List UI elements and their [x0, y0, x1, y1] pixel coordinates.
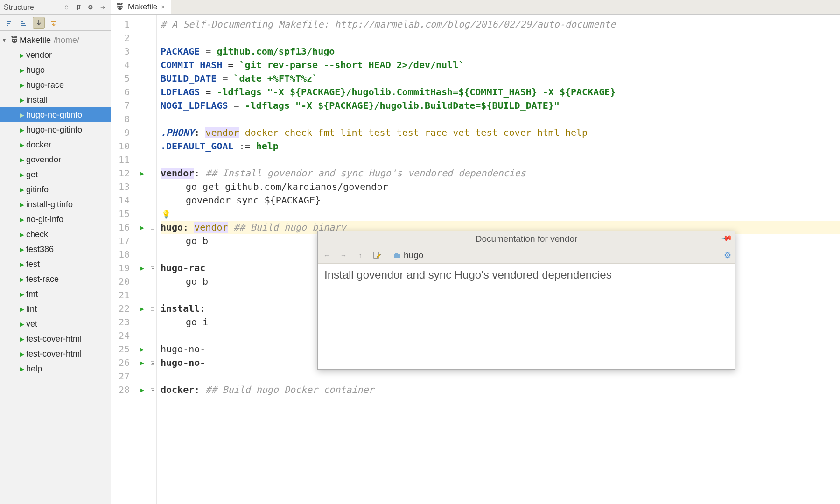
tree-item-gitinfo[interactable]: ▶gitinfo: [0, 182, 111, 197]
fold-toggle: [148, 288, 156, 302]
tree-item-label: docker: [26, 140, 51, 150]
tree-item-hugo-no-gitinfo[interactable]: ▶hugo-no-gitinfo: [0, 122, 111, 137]
gutter-fold[interactable]: [148, 15, 157, 504]
tree-item-test[interactable]: ▶test: [0, 257, 111, 272]
forward-icon[interactable]: →: [338, 250, 349, 260]
fold-toggle: [148, 31, 156, 45]
tree-item-label: test: [26, 259, 40, 269]
editor-tabstrip: Makefile ×: [111, 0, 840, 15]
chevron-down-icon[interactable]: ▾: [3, 37, 9, 43]
run-gutter-icon: [136, 112, 148, 126]
up-icon[interactable]: ↑: [355, 250, 365, 260]
tree-item-get[interactable]: ▶get: [0, 167, 111, 182]
run-gutter-icon: [136, 275, 148, 288]
editor-tab-makefile[interactable]: Makefile ×: [111, 0, 171, 14]
tree-item-test-cover-html[interactable]: ▶test-cover-html: [0, 331, 111, 346]
play-icon: ▶: [20, 126, 24, 133]
sort-desc-icon[interactable]: [18, 17, 30, 29]
doc-breadcrumb[interactable]: 🖿 hugo: [393, 250, 423, 260]
run-gutter-icon: [136, 99, 148, 112]
tree-item-docker[interactable]: ▶docker: [0, 137, 111, 152]
run-gutter-icon: [136, 329, 148, 343]
structure-panel: Structure ⇳ ⇵ ⚙ ⇥ ▾Makefile/home/▶vendor…: [0, 0, 111, 504]
play-icon: ▶: [20, 350, 24, 357]
svg-point-2: [15, 40, 16, 41]
gutter-run-marks[interactable]: ▶▶▶▶▶▶▶: [136, 15, 148, 504]
run-gutter-icon[interactable]: ▶: [136, 383, 148, 397]
tree-item-label: hugo-no-gitinfo: [26, 110, 82, 120]
fold-toggle[interactable]: [148, 383, 156, 397]
autoscroll-from-source-icon[interactable]: [48, 17, 60, 29]
tree-item-install-gitinfo[interactable]: ▶install-gitinfo: [0, 197, 111, 212]
tree-item-label: test386: [26, 245, 54, 254]
tree-item-no-git-info[interactable]: ▶no-git-info: [0, 212, 111, 227]
tree-item-govendor[interactable]: ▶govendor: [0, 152, 111, 167]
tree-item-check[interactable]: ▶check: [0, 227, 111, 242]
run-gutter-icon[interactable]: ▶: [136, 221, 148, 234]
tree-item-test386[interactable]: ▶test386: [0, 242, 111, 257]
run-gutter-icon[interactable]: ▶: [136, 302, 148, 315]
tree-item-label: hugo: [26, 65, 45, 75]
gutter-line-numbers: 1234567891011121314151617181920212223242…: [111, 15, 136, 504]
svg-point-1: [13, 40, 14, 41]
run-gutter-icon: [136, 315, 148, 329]
expand-vert-icon[interactable]: ⇳: [61, 2, 71, 13]
sort-asc-icon[interactable]: [3, 17, 15, 29]
run-gutter-icon[interactable]: ▶: [136, 356, 148, 370]
tree-item-hugo[interactable]: ▶hugo: [0, 63, 111, 77]
edit-source-icon[interactable]: [372, 250, 382, 260]
tree-item-hugo-race[interactable]: ▶hugo-race: [0, 77, 111, 92]
doc-body: Install govendor and sync Hugo's vendore…: [318, 264, 735, 369]
fold-toggle: [148, 180, 156, 194]
intention-bulb-icon[interactable]: 💡: [161, 210, 171, 219]
fold-toggle: [148, 207, 156, 221]
structure-tree[interactable]: ▾Makefile/home/▶vendor▶hugo▶hugo-race▶in…: [0, 31, 111, 504]
gnu-icon: [115, 2, 125, 12]
gear-icon[interactable]: ⚙: [85, 2, 96, 13]
tree-item-label: hugo-race: [26, 80, 64, 90]
tree-item-vendor[interactable]: ▶vendor: [0, 48, 111, 63]
tree-item-hugo-no-gitinfo[interactable]: ▶hugo-no-gitinfo: [0, 107, 111, 122]
pin-icon[interactable]: 📌: [720, 232, 733, 245]
hide-icon[interactable]: ⇥: [98, 2, 108, 13]
fold-toggle[interactable]: [148, 167, 156, 180]
fold-toggle[interactable]: [148, 261, 156, 275]
tree-item-label: test-race: [26, 274, 59, 284]
play-icon: ▶: [20, 291, 24, 298]
fold-toggle[interactable]: [148, 356, 156, 370]
run-gutter-icon[interactable]: ▶: [136, 167, 148, 180]
tree-item-fmt[interactable]: ▶fmt: [0, 287, 111, 301]
tree-item-help[interactable]: ▶help: [0, 361, 111, 376]
back-icon[interactable]: ←: [322, 250, 332, 260]
play-icon: ▶: [20, 52, 24, 59]
play-icon: ▶: [20, 67, 24, 74]
play-icon: ▶: [20, 365, 24, 372]
svg-point-4: [121, 7, 122, 8]
tab-label: Makefile: [128, 2, 157, 12]
fold-toggle[interactable]: [148, 221, 156, 234]
autoscroll-to-source-icon[interactable]: [33, 17, 45, 29]
tree-item-vet[interactable]: ▶vet: [0, 316, 111, 331]
run-gutter-icon[interactable]: ▶: [136, 343, 148, 356]
play-icon: ▶: [20, 261, 24, 268]
gear-icon[interactable]: ⚙: [724, 250, 731, 260]
play-icon: ▶: [20, 141, 24, 148]
run-gutter-icon[interactable]: ▶: [136, 261, 148, 275]
tree-root[interactable]: ▾Makefile/home/: [0, 33, 111, 48]
play-icon: ▶: [20, 186, 24, 193]
tree-item-install[interactable]: ▶install: [0, 92, 111, 107]
fold-toggle[interactable]: [148, 302, 156, 315]
close-icon[interactable]: ×: [160, 3, 166, 11]
collapse-vert-icon[interactable]: ⇵: [73, 2, 84, 13]
tree-item-lint[interactable]: ▶lint: [0, 301, 111, 316]
doc-popup-title-bar[interactable]: Documentation for vendor 📌: [318, 231, 735, 247]
tree-item-label: gitinfo: [26, 185, 49, 195]
tree-item-test-cover-html[interactable]: ▶test-cover-html: [0, 346, 111, 361]
play-icon: ▶: [20, 321, 24, 328]
structure-title: Structure: [3, 3, 59, 12]
documentation-popup: Documentation for vendor 📌 ← → ↑ 🖿 hugo …: [317, 231, 735, 370]
tree-item-test-race[interactable]: ▶test-race: [0, 272, 111, 287]
tree-item-label: help: [26, 364, 42, 374]
fold-toggle: [148, 72, 156, 85]
fold-toggle[interactable]: [148, 343, 156, 356]
